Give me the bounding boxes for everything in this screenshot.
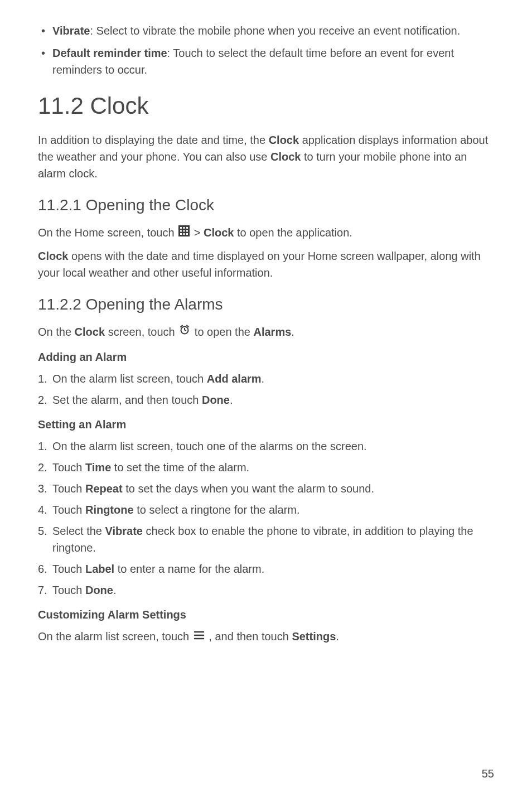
num-marker: 2.: [38, 392, 47, 408]
bullet-item: Vibrate: Select to vibrate the mobile ph…: [38, 22, 494, 39]
svg-rect-5: [183, 230, 185, 231]
bold-span: Settings: [292, 630, 336, 643]
num-marker: 5.: [38, 523, 47, 539]
numbered-list: 1. On the alarm list screen, touch one o…: [38, 438, 494, 598]
num-marker: 1.: [38, 370, 47, 387]
num-marker: 4.: [38, 501, 47, 518]
text-span: On the alarm list screen, touch one of t…: [52, 440, 367, 452]
sub-sub-heading: Setting an Alarm: [38, 418, 494, 431]
numbered-list: 1. On the alarm list screen, touch Add a…: [38, 370, 494, 408]
text-span: On the alarm list screen, touch: [38, 630, 192, 643]
bold-span: Repeat: [85, 482, 123, 495]
text-span: Touch: [52, 563, 85, 575]
svg-rect-9: [186, 233, 188, 235]
text-span: Touch: [52, 482, 85, 495]
bold-span: Done: [202, 394, 230, 406]
list-item: 5. Select the Vibrate check box to enabl…: [38, 523, 494, 556]
list-item: 1. On the alarm list screen, touch one o…: [38, 438, 494, 455]
text-span: to set the time of the alarm.: [111, 461, 249, 474]
bold-span: Done: [85, 584, 113, 596]
list-item: 3. Touch Repeat to set the days when you…: [38, 480, 494, 497]
bold-span: Clock: [269, 134, 299, 146]
list-item: 6. Touch Label to enter a name for the a…: [38, 561, 494, 577]
bold-span: Ringtone: [85, 504, 134, 516]
num-marker: 2.: [38, 459, 47, 476]
app-grid-icon: [178, 224, 190, 241]
num-marker: 3.: [38, 480, 47, 497]
text-span: Set the alarm, and then touch: [52, 394, 202, 406]
text-span: On the: [38, 326, 75, 338]
text-span: .: [262, 373, 265, 385]
text-span: .: [291, 326, 294, 338]
bold-span: Clock: [204, 226, 234, 239]
num-marker: 7.: [38, 582, 47, 598]
text-span: On the alarm list screen, touch: [52, 373, 207, 385]
text-span: .: [336, 630, 339, 643]
text-span: .: [230, 394, 233, 406]
subsection-heading: 11.2.2 Opening the Alarms: [38, 296, 494, 313]
bullet-bold: Default reminder time: [52, 47, 167, 59]
svg-rect-4: [180, 230, 182, 231]
svg-rect-1: [180, 227, 182, 229]
bold-span: Label: [85, 563, 114, 575]
bold-span: Clock: [75, 326, 105, 338]
list-item: 4. Touch Ringtone to select a ringtone f…: [38, 501, 494, 518]
bold-span: Add alarm: [207, 373, 262, 385]
text-span: Touch: [52, 461, 85, 474]
list-item: 2. Set the alarm, and then touch Done.: [38, 392, 494, 408]
text-span: to select a ringtone for the alarm.: [134, 504, 300, 516]
text-span: to set the days when you want the alarm …: [123, 482, 374, 495]
text-span: Touch: [52, 504, 85, 516]
bold-span: Alarms: [253, 326, 291, 338]
text-span: In addition to displaying the date and t…: [38, 134, 269, 146]
num-marker: 1.: [38, 438, 47, 455]
svg-rect-7: [180, 233, 182, 235]
list-item: 7. Touch Done.: [38, 582, 494, 598]
svg-rect-8: [183, 233, 185, 235]
text-span: screen, touch: [105, 326, 178, 338]
bold-span: Clock: [38, 250, 68, 262]
text-span: >: [194, 226, 204, 239]
subsection-heading: 11.2.1 Opening the Clock: [38, 196, 494, 214]
bullet-text: : Select to vibrate the mobile phone whe…: [90, 25, 460, 37]
text-span: opens with the date and time displayed o…: [38, 250, 481, 279]
paragraph: On the Home screen, touch > Clock to ope…: [38, 224, 494, 242]
text-span: Touch: [52, 584, 85, 596]
svg-line-14: [187, 326, 188, 327]
svg-rect-2: [183, 227, 185, 229]
text-span: .: [113, 584, 117, 596]
paragraph: Clock opens with the date and time displ…: [38, 248, 494, 281]
document-page: Vibrate: Select to vibrate the mobile ph…: [0, 0, 532, 797]
bold-span: Vibrate: [105, 525, 143, 537]
num-marker: 6.: [38, 561, 47, 577]
bullet-bold: Vibrate: [52, 25, 90, 37]
text-span: to open the: [195, 326, 254, 338]
alarm-clock-icon: [179, 323, 190, 340]
intro-bullet-list: Vibrate: Select to vibrate the mobile ph…: [38, 22, 494, 78]
paragraph: On the Clock screen, touch to open the A…: [38, 323, 494, 341]
sub-sub-heading: Customizing Alarm Settings: [38, 608, 494, 621]
page-number: 55: [482, 767, 494, 780]
section-heading-1: 11.2 Clock: [38, 93, 494, 119]
svg-rect-3: [186, 227, 188, 229]
text-span: to enter a name for the alarm.: [114, 563, 264, 575]
paragraph: On the alarm list screen, touch , and th…: [38, 628, 494, 646]
bold-span: Time: [85, 461, 111, 474]
menu-icon: [194, 628, 205, 645]
bullet-item: Default reminder time: Touch to select t…: [38, 45, 494, 78]
intro-paragraph: In addition to displaying the date and t…: [38, 132, 494, 182]
svg-line-13: [181, 326, 182, 327]
sub-sub-heading: Adding an Alarm: [38, 351, 494, 364]
list-item: 2. Touch Time to set the time of the ala…: [38, 459, 494, 476]
text-span: Select the: [52, 525, 105, 537]
list-item: 1. On the alarm list screen, touch Add a…: [38, 370, 494, 387]
text-span: to open the application.: [234, 226, 352, 239]
bold-span: Clock: [270, 151, 301, 163]
text-span: On the Home screen, touch: [38, 226, 177, 239]
text-span: , and then touch: [209, 630, 292, 643]
svg-line-12: [185, 330, 186, 331]
svg-rect-6: [186, 230, 188, 231]
